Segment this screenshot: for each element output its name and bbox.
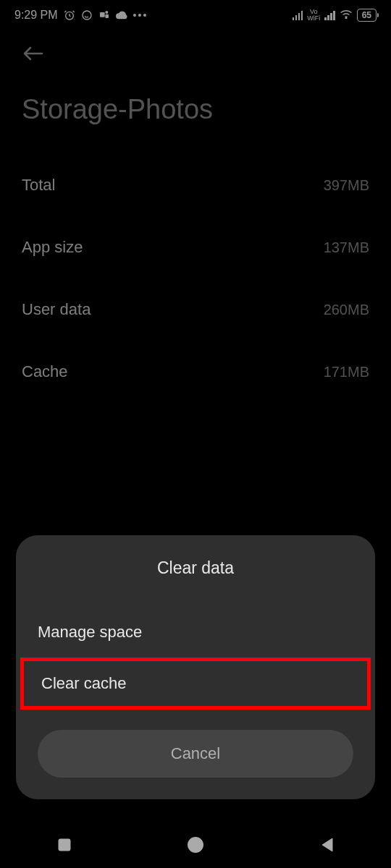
page-title: Storage-Photos [0, 72, 391, 161]
nav-home-button[interactable] [187, 836, 204, 856]
storage-list: Total 397MB App size 137MB User data 260… [0, 161, 391, 396]
storage-value: 260MB [324, 302, 369, 318]
cloud-icon [116, 11, 127, 20]
wifi-icon [340, 9, 353, 22]
svg-rect-4 [105, 14, 109, 18]
battery-icon: 65 [357, 9, 377, 22]
alarm-icon [64, 9, 75, 21]
status-bar: 9:29 PM ••• Vo WiFi 65 [0, 0, 391, 30]
clear-cache-option[interactable]: Clear cache [24, 661, 367, 706]
status-time: 9:29 PM [14, 9, 58, 22]
svg-rect-2 [100, 12, 105, 17]
storage-value: 397MB [324, 177, 369, 194]
dialog-title: Clear data [16, 558, 375, 578]
signal-icon-2 [324, 10, 335, 20]
storage-label: Cache [22, 362, 68, 381]
back-button[interactable] [0, 30, 391, 72]
storage-label: User data [22, 300, 91, 319]
highlight-annotation: Clear cache [20, 658, 371, 710]
storage-row-cache: Cache 171MB [22, 348, 369, 396]
svg-point-1 [83, 11, 91, 20]
storage-value: 137MB [324, 239, 369, 256]
storage-row-total: Total 397MB [22, 161, 369, 209]
signal-icon-1 [293, 10, 303, 20]
vowifi-icon: Vo WiFi [307, 9, 320, 22]
storage-row-userdata: User data 260MB [22, 286, 369, 333]
teams-icon [98, 9, 110, 21]
storage-label: Total [22, 176, 55, 195]
cancel-button[interactable]: Cancel [38, 730, 353, 778]
nav-recents-button[interactable] [57, 838, 72, 855]
storage-value: 171MB [324, 364, 369, 380]
manage-space-option[interactable]: Manage space [16, 607, 375, 658]
storage-label: App size [22, 238, 83, 257]
nav-back-button[interactable] [319, 837, 334, 856]
whatsapp-icon [81, 9, 93, 21]
nav-bar [0, 825, 391, 868]
clear-data-dialog: Clear data Manage space Clear cache Canc… [16, 535, 375, 799]
more-icon: ••• [133, 9, 148, 21]
svg-point-5 [345, 17, 347, 19]
svg-point-3 [105, 11, 108, 14]
storage-row-appsize: App size 137MB [22, 224, 369, 271]
svg-rect-6 [59, 839, 70, 851]
svg-point-8 [192, 841, 199, 848]
